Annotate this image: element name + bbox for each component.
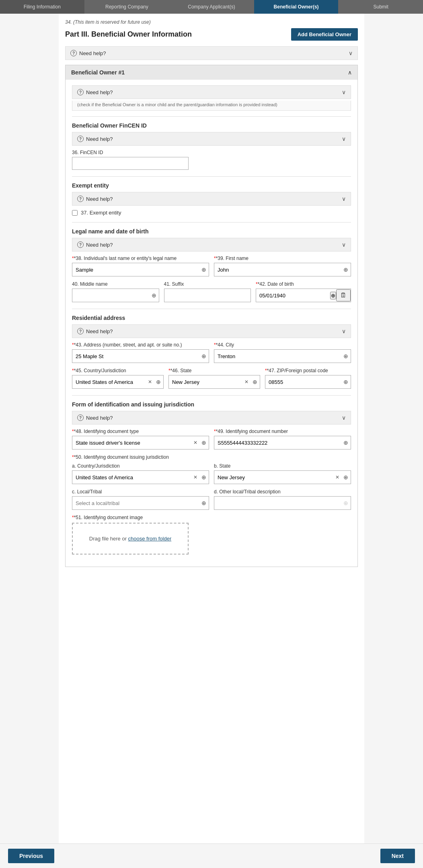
state-clear-icon[interactable]: ✕ [243,377,250,386]
beneficial-owner-1-card: Beneficial Owner #1 ∧ ? Need help? ∨ (ch… [65,65,358,567]
field-50a-col: a. Country/Jurisdiction ✕ ⊕ [72,463,209,484]
other-tribal-crosshair-icon[interactable]: ⊕ [341,498,351,508]
dob-calendar-icon[interactable]: 🗓 [336,289,351,301]
local-tribal-crosshair-icon[interactable]: ⊕ [199,498,209,508]
country-crosshair-icon[interactable]: ⊕ [154,377,163,387]
part-header: Part III. Beneficial Owner Information A… [65,28,358,41]
id-country-clear-icon[interactable]: ✕ [192,473,199,482]
dob-crosshair-icon[interactable]: ⊕ [330,292,336,299]
add-beneficial-owner-button[interactable]: Add Beneficial Owner [291,28,358,41]
field-45-wrapper: ✕ ⊕ [72,375,164,389]
doc-type-input[interactable] [72,436,192,449]
id-subsection: Form of identification and issuing juris… [72,401,351,555]
field-46-label: **46. State [168,368,260,373]
nav-tab-filing[interactable]: Filing Information [0,0,85,14]
id-country-crosshair-icon[interactable]: ⊕ [199,472,209,482]
last-name-input[interactable] [72,263,199,276]
middle-name-crosshair-icon[interactable]: ⊕ [149,291,159,300]
fincen-help-bar[interactable]: ? Need help? ∨ [72,132,351,146]
first-name-crosshair-icon[interactable]: ⊕ [341,265,351,274]
address-help-chevron: ∨ [342,328,346,334]
legal-subsection: Legal name and date of birth ? Need help… [72,228,351,302]
top-help-icon: ? [70,50,77,56]
nav-tab-submit[interactable]: Submit [339,0,423,14]
top-help-chevron: ∨ [349,50,353,56]
id-help-bar[interactable]: ? Need help? ∨ [72,411,351,425]
city-crosshair-icon[interactable]: ⊕ [341,351,351,361]
exempt-checkbox-label[interactable]: 37. Exempt entity [81,210,121,216]
previous-button[interactable]: Previous [8,849,54,858]
field-39-wrapper: ⊕ [214,263,351,276]
country-input[interactable] [72,375,146,388]
last-name-crosshair-icon[interactable]: ⊕ [199,265,209,274]
field-43-wrapper: ⊕ [72,349,209,363]
exempt-help-chevron: ∨ [342,196,346,202]
field-50b-col: b. State ✕ ⊕ [214,463,351,484]
other-tribal-input[interactable] [214,497,341,509]
field-48-col: **48. Identifying document type ✕ ⊕ [72,429,209,449]
fincen-id-input[interactable] [72,157,189,170]
id-state-clear-icon[interactable]: ✕ [334,473,341,482]
id-state-input[interactable] [214,471,334,484]
city-input[interactable] [214,350,341,363]
field-50b-wrapper: ✕ ⊕ [214,470,351,484]
nav-tab-reporting[interactable]: Reporting Company [85,0,170,14]
field-44-col: **44. City ⊕ [214,342,351,363]
doc-number-input[interactable] [214,436,341,449]
doc-type-clear-icon[interactable]: ✕ [192,438,199,447]
legal-help-bar[interactable]: ? Need help? ∨ [72,238,351,252]
document-upload-area[interactable]: Drag file here or choose from folder [72,523,189,555]
field-49-label: **49. Identifying document number [214,429,351,434]
top-help-label: Need help? [79,50,106,56]
doc-type-crosshair-icon[interactable]: ⊕ [199,438,209,447]
upload-link[interactable]: choose from folder [128,536,172,542]
middle-name-input[interactable] [72,289,149,302]
address-crosshair-icon[interactable]: ⊕ [199,351,209,361]
beneficial-owner-1-header[interactable]: Beneficial Owner #1 ∧ [66,65,357,80]
field-38-wrapper: ⊕ [72,263,209,276]
nav-tabs: Filing InformationReporting CompanyCompa… [0,0,423,14]
suffix-input[interactable] [164,289,251,302]
dob-input[interactable] [256,289,330,302]
zip-crosshair-icon[interactable]: ⊕ [341,377,351,387]
zip-input[interactable] [265,375,341,388]
top-help-bar[interactable]: ? Need help? ∨ [65,46,358,60]
field-40-col: 40. Middle name ⊕ [72,281,159,302]
minor-help-label: Need help? [86,89,113,95]
field-46-col: **46. State ✕ ⊕ [168,368,260,389]
id-country-input[interactable] [72,471,192,484]
field-50-label: **50. Identifying document issuing juris… [72,454,351,460]
field-42-wrapper: ⊕ 🗓 [256,289,351,302]
field-48-label: **48. Identifying document type [72,429,209,434]
first-name-input[interactable] [214,263,341,276]
main-content: 34. (This item is reserved for future us… [59,14,364,858]
legal-help-chevron: ∨ [342,241,346,248]
local-tribal-input[interactable] [72,497,199,509]
id-state-crosshair-icon[interactable]: ⊕ [341,472,351,482]
field-45-col: **45. Country/Jurisdiction ✕ ⊕ [72,368,164,389]
id-help-chevron: ∨ [342,414,346,421]
country-clear-icon[interactable]: ✕ [146,377,154,386]
field-50d-wrapper: ⊕ [214,496,351,510]
field-43-col: **43. Address (number, street, and apt. … [72,342,209,363]
exempt-subsection: Exempt entity ? Need help? ∨ 37. Exempt … [72,182,351,216]
exempt-help-bar[interactable]: ? Need help? ∨ [72,192,351,206]
doc-number-crosshair-icon[interactable]: ⊕ [341,438,351,447]
address-help-bar[interactable]: ? Need help? ∨ [72,324,351,338]
field-47-col: **47. ZIP/Foreign postal code ⊕ [265,368,351,389]
address-input[interactable] [72,350,199,363]
field-42-label: **42. Date of birth [256,281,351,287]
exempt-checkbox[interactable] [72,210,78,216]
state-input[interactable] [169,375,243,388]
id-help-label: Need help? [86,415,113,421]
minor-help-bar[interactable]: ? Need help? ∨ [72,85,351,99]
bottom-nav: Previous Next [0,843,423,858]
address-help-icon: ? [77,328,84,334]
state-crosshair-icon[interactable]: ⊕ [250,377,260,387]
part-title: Part III. Beneficial Owner Information [65,30,192,39]
nav-tab-beneficial[interactable]: Beneficial Owner(s) [254,0,339,14]
next-button[interactable]: Next [380,849,415,858]
field-46-wrapper: ✕ ⊕ [168,375,260,389]
minor-help-chevron: ∨ [342,89,346,95]
nav-tab-applicants[interactable]: Company Applicant(s) [169,0,254,14]
